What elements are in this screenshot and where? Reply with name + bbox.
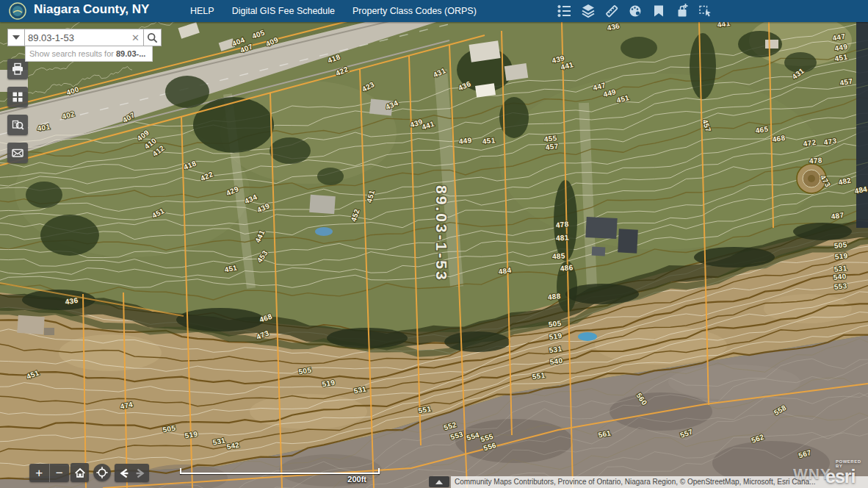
scale-label: 200ft [347, 475, 366, 484]
attribution-expand-button[interactable] [429, 476, 449, 487]
search-button[interactable] [144, 29, 162, 46]
locate-icon [95, 466, 109, 479]
chevron-up-icon [435, 480, 443, 484]
pool [315, 227, 333, 236]
search-icon [147, 32, 158, 43]
legend-icon[interactable] [557, 3, 573, 19]
measure-icon[interactable] [604, 3, 620, 19]
layers-icon[interactable] [580, 3, 596, 19]
suggestion-text: Show search results for [29, 49, 116, 58]
home-extent-button[interactable] [70, 463, 89, 482]
contour-label: 485 [552, 251, 565, 260]
basemap-grid-icon [10, 90, 25, 104]
search-widget: ✕ Show search results for 89.03-... [7, 29, 162, 46]
printer-icon [10, 62, 25, 76]
esri-wordmark: esri [825, 468, 868, 484]
contour-label: 540 [833, 272, 847, 281]
contour-label: 478 [809, 156, 822, 165]
page-title: Niagara County, NY [34, 2, 149, 17]
search-input[interactable] [25, 32, 128, 43]
header-bar: Niagara County, NY HELP Digital GIS Fee … [0, 0, 868, 22]
scale-bar: 200ft [180, 470, 380, 482]
previous-extent-icon[interactable] [116, 467, 132, 480]
contour-label: 451 [482, 136, 496, 146]
extent-navigation [115, 464, 149, 482]
contour-label: 481 [556, 233, 569, 242]
help-link[interactable]: HELP [190, 6, 214, 16]
query-search-icon [10, 118, 25, 132]
edge-shadow [856, 22, 868, 228]
contour-label: 486 [560, 263, 574, 273]
contour-label: 457 [545, 142, 559, 151]
search-input-box: ✕ [25, 29, 144, 46]
map-canvas[interactable]: 4004024014074094104124044054074094184224… [0, 0, 868, 488]
app-window: 4004024014074094104124044054074094184224… [0, 0, 868, 488]
search-suggestion[interactable]: Show search results for 89.03-... [25, 46, 153, 62]
select-icon[interactable] [698, 3, 714, 19]
notify-button[interactable] [7, 143, 28, 163]
contour-label: 505 [833, 240, 847, 250]
contour-label: 519 [834, 251, 848, 261]
clear-search-icon[interactable]: ✕ [128, 32, 143, 43]
fee-schedule-link[interactable]: Digital GIS Fee Schedule [232, 6, 335, 16]
home-icon [73, 466, 87, 479]
pool [578, 332, 597, 341]
header-links: HELP Digital GIS Fee Schedule Property C… [190, 0, 477, 22]
add-data-icon[interactable] [674, 3, 690, 19]
my-location-button[interactable] [93, 464, 111, 481]
widget-toolbar [557, 0, 714, 22]
bookmark-icon[interactable] [651, 3, 667, 19]
zoom-in-button[interactable]: + [29, 464, 50, 482]
contour-label: 478 [555, 220, 569, 229]
contour-label: 553 [833, 281, 847, 291]
zoom-out-button[interactable]: − [50, 464, 70, 482]
basemap-gallery-button[interactable] [7, 87, 28, 107]
contour-label: 488 [547, 292, 561, 301]
esri-logo: POWERED BY esri [825, 459, 868, 484]
suggestion-term: 89.03-... [116, 49, 145, 58]
parcel-id-label: 89.03-1-53 [433, 185, 450, 282]
chevron-down-icon [12, 35, 20, 40]
next-extent-icon[interactable] [132, 467, 148, 480]
draw-icon[interactable] [627, 3, 643, 19]
property-class-codes-link[interactable]: Property Class Codes (ORPS) [352, 6, 477, 16]
county-seal-logo [9, 2, 26, 20]
search-dropdown-button[interactable] [7, 29, 25, 46]
envelope-icon [10, 146, 25, 160]
query-button[interactable] [7, 115, 28, 135]
contour-label: 449 [458, 136, 472, 146]
print-button[interactable] [7, 59, 28, 79]
contour-label: 505 [548, 319, 562, 329]
zoom-control: + − [29, 464, 69, 482]
